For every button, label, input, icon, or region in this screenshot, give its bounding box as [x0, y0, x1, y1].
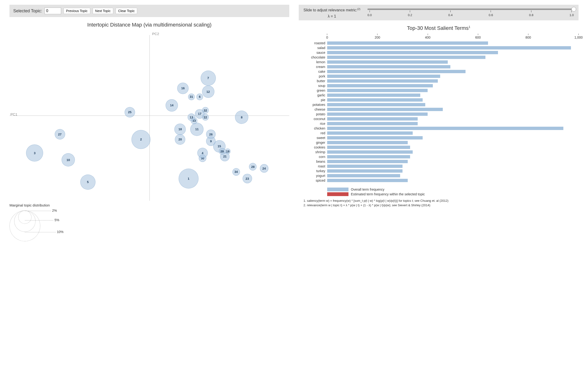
topic-bubble[interactable]: 31	[188, 94, 195, 100]
topic-bubble[interactable]: 4	[197, 148, 208, 158]
topic-bubble[interactable]: 11	[190, 123, 204, 136]
topic-bubble[interactable]: 22	[202, 114, 209, 120]
term-bar-track	[327, 98, 578, 102]
term-bar-track	[327, 41, 578, 45]
term-bar-row[interactable]: chicken	[299, 126, 578, 131]
term-label: sauce	[299, 51, 327, 54]
topic-bubble[interactable]: 7	[201, 71, 216, 86]
legend-overall-text: Overall term frequency	[351, 188, 384, 191]
term-bar-row[interactable]: soup	[299, 83, 578, 88]
term-bar-row[interactable]: cake	[299, 69, 578, 74]
term-bar-row[interactable]: cookies	[299, 145, 578, 150]
term-bar-row[interactable]: turkey	[299, 169, 578, 173]
topic-bubble[interactable]: 1	[179, 169, 199, 188]
term-bar-row[interactable]: garlic	[299, 93, 578, 98]
term-bar-row[interactable]: ginger	[299, 140, 578, 145]
swatch-topic-icon	[327, 192, 348, 196]
salient-terms-bar-chart[interactable]: roastedsaladsaucechocolatelemoncreamcake…	[299, 41, 578, 183]
term-bar-row[interactable]: sweet	[299, 135, 578, 140]
term-bar-fill	[327, 160, 408, 163]
term-label: chocolate	[299, 55, 327, 59]
topic-bubble[interactable]: 29	[219, 148, 226, 155]
term-bar-track	[327, 94, 578, 97]
term-bar-row[interactable]: potato	[299, 112, 578, 117]
topic-bubble[interactable]: 6	[196, 94, 203, 100]
term-bar-row[interactable]: pie	[299, 98, 578, 102]
term-bar-row[interactable]: salad	[299, 46, 578, 50]
term-bar-row[interactable]: green	[299, 88, 578, 93]
term-bar-fill	[327, 127, 563, 130]
topic-bubble[interactable]: 19	[225, 149, 230, 154]
term-bar-row[interactable]: roasted	[299, 41, 578, 46]
topic-bubble[interactable]: 14	[166, 99, 178, 112]
topic-bubble[interactable]: 24	[260, 164, 268, 173]
intertopic-distance-map[interactable]: PC1 PC2 12357810111214151617182021232425…	[10, 30, 289, 201]
term-bar-row[interactable]: cream	[299, 64, 578, 69]
topic-bubble[interactable]: 34	[232, 168, 240, 176]
term-label: shrimp	[299, 150, 327, 154]
lambda-slider[interactable]: 0.00.20.40.60.81.0	[367, 7, 574, 17]
topic-bubble[interactable]: 16	[177, 83, 189, 94]
term-bar-row[interactable]: chocolate	[299, 55, 578, 60]
term-bar-row[interactable]: potatoes	[299, 102, 578, 107]
term-bar-fill	[327, 108, 443, 111]
term-bar-row[interactable]: cheese	[299, 107, 578, 112]
term-bar-fill	[327, 84, 433, 87]
term-label: cookies	[299, 145, 327, 149]
term-bar-row[interactable]: roast	[299, 164, 578, 169]
selected-topic-input[interactable]	[45, 8, 61, 14]
topic-bubble[interactable]: 25	[125, 107, 135, 118]
topic-bubble[interactable]: 10	[62, 153, 75, 166]
term-bar-row[interactable]: shrimp	[299, 150, 578, 154]
term-bar-row[interactable]: lemon	[299, 60, 578, 64]
term-label: cake	[299, 70, 327, 73]
term-label: butter	[299, 79, 327, 83]
term-label: beans	[299, 160, 327, 163]
term-bar-row[interactable]: sauce	[299, 50, 578, 55]
topic-bubble[interactable]: 13	[188, 113, 195, 121]
topic-bubble[interactable]: 23	[243, 174, 252, 183]
term-bar-row[interactable]: spiced	[299, 178, 578, 183]
topic-bubble[interactable]: 28	[249, 163, 257, 170]
topic-bubble[interactable]: 20	[175, 134, 185, 145]
term-bar-fill	[327, 75, 440, 78]
term-label: cream	[299, 65, 327, 69]
next-topic-button[interactable]: Next Topic	[93, 8, 113, 14]
term-bar-fill	[327, 122, 418, 125]
term-bar-fill	[327, 117, 418, 120]
term-bar-track	[327, 75, 578, 78]
topic-bubble[interactable]: 9	[206, 136, 216, 146]
topic-bubble[interactable]: 27	[55, 129, 65, 140]
term-bar-fill	[327, 136, 423, 140]
term-bar-row[interactable]: butter	[299, 79, 578, 83]
term-bar-row[interactable]: beans	[299, 159, 578, 164]
term-bar-row[interactable]: yogurt	[299, 173, 578, 178]
term-bar-track	[327, 60, 578, 64]
term-bar-row[interactable]: coconut	[299, 117, 578, 121]
selected-topic-label: Selected Topic:	[13, 9, 42, 13]
clear-topic-button[interactable]: Clear Topic	[116, 8, 137, 14]
term-label: ginger	[299, 141, 327, 144]
topic-bubble[interactable]: 5	[80, 175, 96, 190]
slider-tick: 0.6	[489, 11, 493, 17]
term-bar-row[interactable]: red	[299, 131, 578, 135]
term-bar-row[interactable]: pork	[299, 74, 578, 79]
term-bar-row[interactable]: corn	[299, 154, 578, 159]
term-bar-fill	[327, 131, 413, 135]
footnote-1: 1. saliency(term w) = frequency(w) * [su…	[303, 199, 578, 203]
footnote-2: 2. relevance(term w | topic t) = λ * p(w…	[303, 203, 578, 208]
slider-tick: 0.8	[529, 11, 533, 17]
topic-bubble[interactable]: 18	[174, 124, 186, 135]
term-bar-fill	[327, 155, 410, 158]
topic-bubble[interactable]: 32	[202, 107, 209, 114]
previous-topic-button[interactable]: Previous Topic	[63, 8, 90, 14]
slider-label: Slide to adjust relevance metric:	[303, 8, 357, 12]
topic-bubble[interactable]: 3	[26, 144, 43, 162]
topic-bubble[interactable]: 12	[202, 85, 214, 98]
term-bar-fill	[327, 51, 498, 54]
term-bar-row[interactable]: rice	[299, 121, 578, 126]
term-label: potato	[299, 112, 327, 116]
topic-bubble[interactable]: 8	[235, 111, 248, 124]
topic-bubble[interactable]: 2	[132, 130, 150, 149]
term-bar-track	[327, 131, 578, 135]
